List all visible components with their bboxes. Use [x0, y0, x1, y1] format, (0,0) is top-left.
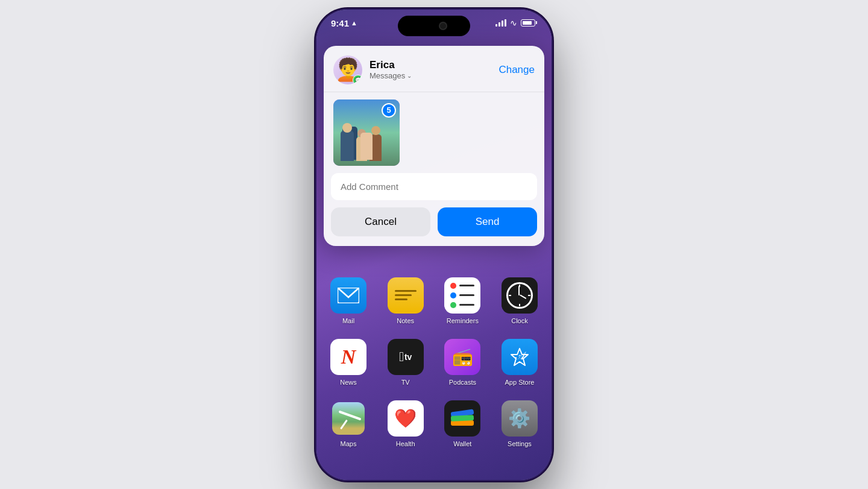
send-button[interactable]: Send — [438, 207, 537, 236]
wifi-icon: ∿ — [510, 18, 517, 28]
app-mail[interactable]: Mail — [326, 277, 371, 324]
contact-avatar: 🧑‍🦱 💬 — [333, 55, 362, 84]
chevron-icon: ⌄ — [407, 72, 412, 79]
status-bar: 9:41 ▲ ∿ — [316, 10, 552, 41]
clock-label: Clock — [511, 317, 528, 324]
status-icons: ∿ — [495, 18, 537, 28]
share-action-buttons: Cancel Send — [324, 207, 544, 246]
dynamic-island — [398, 16, 470, 36]
app-name-label: Messages — [370, 71, 405, 80]
time-display: 9:41 — [331, 18, 349, 28]
maps-icon[interactable] — [330, 400, 366, 437]
clock-icon[interactable] — [502, 277, 538, 314]
app-row-2: N News  tv TV — [326, 339, 542, 386]
app-wallet[interactable]: Wallet — [440, 400, 485, 447]
tv-icon[interactable]:  tv — [388, 339, 424, 375]
news-icon[interactable]: N — [330, 339, 366, 375]
messages-app-badge: 💬 — [353, 75, 362, 84]
notes-icon[interactable] — [388, 277, 424, 314]
notes-label: Notes — [397, 317, 414, 324]
share-photo-area: 5 — [324, 92, 544, 173]
svg-text:𝒜: 𝒜 — [514, 350, 526, 362]
settings-label: Settings — [508, 440, 532, 447]
health-label: Health — [396, 440, 415, 447]
location-arrow-icon: ▲ — [351, 19, 357, 27]
app-row-3: Maps ❤️ Health — [326, 400, 542, 447]
app-row-1: Mail Notes — [326, 277, 542, 324]
app-tv[interactable]:  tv TV — [383, 339, 428, 386]
maps-label: Maps — [341, 440, 357, 447]
contact-app: Messages ⌄ — [370, 71, 491, 80]
app-health[interactable]: ❤️ Health — [383, 400, 428, 447]
add-comment-input[interactable] — [331, 173, 537, 200]
settings-icon[interactable]: ⚙️ — [502, 400, 538, 437]
app-appstore[interactable]: 𝒜 App Store — [497, 339, 542, 386]
mail-icon[interactable] — [330, 277, 366, 314]
contact-info: Erica Messages ⌄ — [370, 59, 491, 80]
health-icon[interactable]: ❤️ — [388, 400, 424, 437]
reminders-icon[interactable] — [444, 277, 480, 314]
camera-dot — [440, 23, 446, 29]
photo-count-badge: 5 — [382, 103, 396, 118]
tv-label: TV — [401, 379, 410, 386]
reminders-label: Reminders — [447, 317, 479, 324]
podcasts-icon[interactable]: 📻 — [444, 339, 480, 375]
phone-body: 9:41 ▲ ∿ — [316, 10, 552, 480]
phone-wrapper: 9:41 ▲ ∿ — [316, 10, 552, 480]
cancel-button[interactable]: Cancel — [331, 207, 430, 236]
change-button[interactable]: Change — [498, 64, 535, 76]
home-screen: Mail Notes — [316, 277, 552, 462]
battery-icon — [521, 19, 537, 27]
status-time: 9:41 ▲ — [331, 18, 357, 28]
share-header: 🧑‍🦱 💬 Erica Messages ⌄ Change — [324, 46, 544, 92]
mail-label: Mail — [342, 317, 354, 324]
power-button[interactable] — [552, 106, 554, 142]
photo-thumbnail[interactable]: 5 — [333, 99, 400, 166]
gear-icon: ⚙️ — [508, 408, 530, 429]
app-maps[interactable]: Maps — [326, 400, 371, 447]
share-sheet: 🧑‍🦱 💬 Erica Messages ⌄ Change — [324, 46, 544, 246]
podcasts-label: Podcasts — [449, 379, 476, 386]
app-notes[interactable]: Notes — [383, 277, 428, 324]
contact-name: Erica — [370, 59, 491, 71]
app-settings[interactable]: ⚙️ Settings — [497, 400, 542, 447]
wallet-icon[interactable] — [444, 400, 480, 437]
signal-icon — [495, 19, 506, 27]
wallet-label: Wallet — [453, 440, 471, 447]
app-clock[interactable]: Clock — [497, 277, 542, 324]
news-label: News — [340, 379, 357, 386]
appstore-label: App Store — [505, 379, 535, 386]
app-news[interactable]: N News — [326, 339, 371, 386]
app-podcasts[interactable]: 📻 Podcasts — [440, 339, 485, 386]
app-reminders[interactable]: Reminders — [440, 277, 485, 324]
appstore-icon[interactable]: 𝒜 — [502, 339, 538, 375]
